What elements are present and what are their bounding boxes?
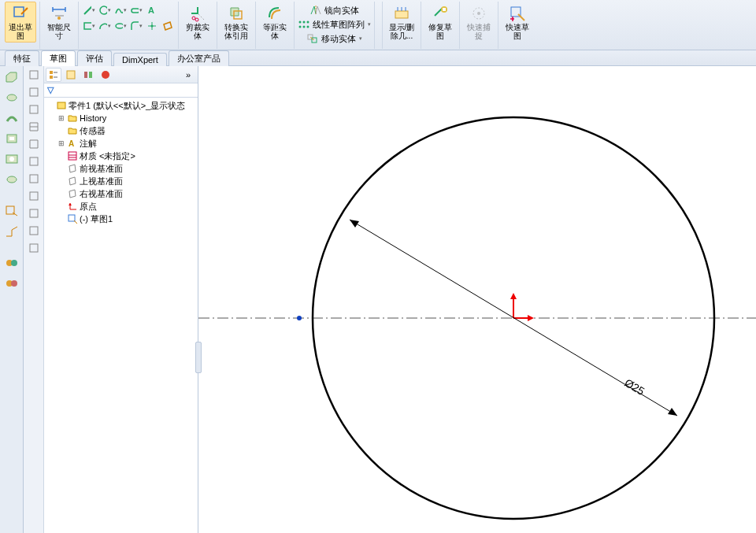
- svg-point-14: [299, 21, 302, 24]
- revolve-boss-icon[interactable]: [4, 90, 20, 105]
- repair-sketch-button[interactable]: 修复草 图: [424, 2, 456, 43]
- svg-point-43: [9, 157, 14, 161]
- sketch-icon[interactable]: [4, 203, 20, 219]
- tp7-icon[interactable]: [28, 173, 39, 186]
- smart-dimension-icon: [50, 4, 69, 23]
- tree-sketch1[interactable]: (-) 草图1: [46, 213, 198, 225]
- appearances-icon[interactable]: [4, 255, 20, 271]
- arc-icon[interactable]: ▾: [98, 19, 112, 33]
- rectangle-icon[interactable]: ▾: [82, 19, 96, 33]
- tree-right-plane[interactable]: 右视基准面: [46, 187, 198, 200]
- task-pane-toolbar: [24, 66, 44, 533]
- ellipse-icon[interactable]: ▾: [113, 19, 128, 33]
- tab-features[interactable]: 特征: [5, 50, 39, 66]
- smart-dimension-button[interactable]: 智能尺 寸: [43, 2, 75, 43]
- svg-point-48: [11, 280, 17, 287]
- panel-tab-feature-tree[interactable]: [46, 68, 61, 82]
- repair-icon: [431, 4, 450, 23]
- point-icon[interactable]: [145, 19, 159, 33]
- feature-tree-panel: » ▽ 零件1 (默认<<默认>_显示状态 ⊞ History 传感器 ⊞: [44, 66, 198, 533]
- expand-icon[interactable]: ⊞: [57, 114, 65, 122]
- expand-icon[interactable]: ⊞: [57, 139, 65, 147]
- origin-icon: [67, 201, 78, 212]
- svg-text:A: A: [69, 139, 74, 148]
- folder-icon: [67, 113, 78, 124]
- svg-rect-50: [30, 88, 38, 96]
- plane-icon[interactable]: [161, 19, 175, 33]
- svg-point-65: [102, 71, 109, 79]
- panel-tab-config[interactable]: [80, 68, 96, 82]
- svg-rect-68: [69, 152, 76, 160]
- tp2-icon[interactable]: [28, 87, 39, 99]
- move-entities-button[interactable]: 移动实体▾: [306, 31, 362, 46]
- tree-annotations[interactable]: ⊞ A 注解: [46, 137, 198, 150]
- 3dsketch-icon[interactable]: [4, 224, 20, 239]
- tree-front-plane[interactable]: 前视基准面: [46, 162, 198, 175]
- trim-button[interactable]: 剪裁实 体: [182, 2, 213, 43]
- circle-icon[interactable]: ▾: [98, 3, 112, 17]
- slot-icon[interactable]: ▾: [129, 3, 143, 17]
- tree-front-label: 前视基准面: [80, 163, 123, 175]
- svg-rect-51: [30, 105, 38, 113]
- svg-rect-41: [9, 137, 14, 140]
- fillet-icon[interactable]: ▾: [129, 19, 143, 33]
- endpoint-marker: [297, 316, 302, 320]
- svg-point-15: [303, 21, 306, 24]
- convert-icon: [227, 4, 246, 23]
- tree-material[interactable]: 材质 <未指定>: [46, 150, 198, 162]
- rapid-sketch-button[interactable]: 快速草 图: [502, 2, 533, 43]
- tree-history[interactable]: ⊞ History: [46, 112, 198, 124]
- text-icon[interactable]: A: [145, 3, 159, 17]
- tree-origin[interactable]: 原点: [46, 200, 198, 213]
- tree-top-plane[interactable]: 上视基准面: [46, 175, 198, 187]
- quick-snap-button[interactable]: 快速捕 捉: [463, 2, 495, 43]
- tp9-icon[interactable]: [28, 208, 39, 220]
- diameter-dimension[interactable]: Ø25: [350, 220, 677, 416]
- graphics-area[interactable]: Ø25: [198, 66, 756, 533]
- quick-snap-label: 快速捕 捉: [467, 23, 491, 40]
- tp3-icon[interactable]: [28, 104, 39, 117]
- convert-entities-button[interactable]: 转换实 体引用: [220, 2, 252, 43]
- svg-point-17: [299, 26, 302, 28]
- tab-sketch[interactable]: 草图: [41, 50, 76, 66]
- tp8-icon[interactable]: [28, 191, 39, 203]
- svg-rect-52: [30, 157, 38, 165]
- mirror-button[interactable]: 镜向实体: [309, 3, 359, 17]
- tp1-icon[interactable]: [28, 69, 39, 82]
- svg-rect-6: [84, 23, 91, 29]
- offset-icon: [265, 4, 284, 23]
- tree-root[interactable]: 零件1 (默认<<默认>_显示状态: [46, 99, 198, 112]
- extrude-cut-icon[interactable]: [4, 131, 20, 146]
- tp4-icon[interactable]: [28, 121, 39, 134]
- linear-pattern-button[interactable]: 线性草图阵列▾: [298, 17, 371, 31]
- hole-wizard-icon[interactable]: [4, 151, 20, 167]
- show-hide-button[interactable]: 显示/删 除几...: [386, 2, 417, 43]
- appearances2-icon[interactable]: [4, 276, 20, 291]
- offset-entities-button[interactable]: 等距实 体: [259, 2, 291, 43]
- tree-sensors[interactable]: 传感器: [46, 124, 198, 137]
- panel-collapse-button[interactable]: »: [180, 68, 196, 82]
- panel-tab-property[interactable]: [63, 68, 79, 82]
- tp11-icon[interactable]: [28, 242, 39, 255]
- svg-rect-59: [50, 76, 53, 79]
- swept-boss-icon[interactable]: [4, 110, 20, 126]
- svg-rect-56: [30, 227, 38, 235]
- tree-sensors-label: 传感器: [80, 125, 106, 137]
- tp6-icon[interactable]: [28, 156, 39, 168]
- tp10-icon[interactable]: [28, 225, 39, 238]
- tab-evaluate[interactable]: 评估: [77, 50, 112, 66]
- spline-icon[interactable]: ▾: [113, 3, 128, 17]
- tp5-icon[interactable]: [28, 139, 39, 151]
- revolve-cut-icon[interactable]: [4, 172, 20, 187]
- line-icon[interactable]: ▾: [82, 3, 96, 17]
- filter-icon[interactable]: ▽: [47, 85, 54, 95]
- exit-sketch-button[interactable]: 退出草 图: [5, 2, 36, 43]
- pattern-icon: [298, 19, 310, 30]
- panel-splitter[interactable]: [195, 342, 202, 373]
- trim-label: 剪裁实 体: [186, 23, 209, 40]
- tab-dimxpert[interactable]: DimXpert: [113, 53, 167, 66]
- feature-tree[interactable]: 零件1 (默认<<默认>_显示状态 ⊞ History 传感器 ⊞ A 注解 材…: [44, 98, 198, 533]
- tab-office[interactable]: 办公室产品: [169, 50, 229, 66]
- extrude-boss-icon[interactable]: [4, 69, 20, 85]
- panel-tab-dimxpert[interactable]: [98, 68, 113, 82]
